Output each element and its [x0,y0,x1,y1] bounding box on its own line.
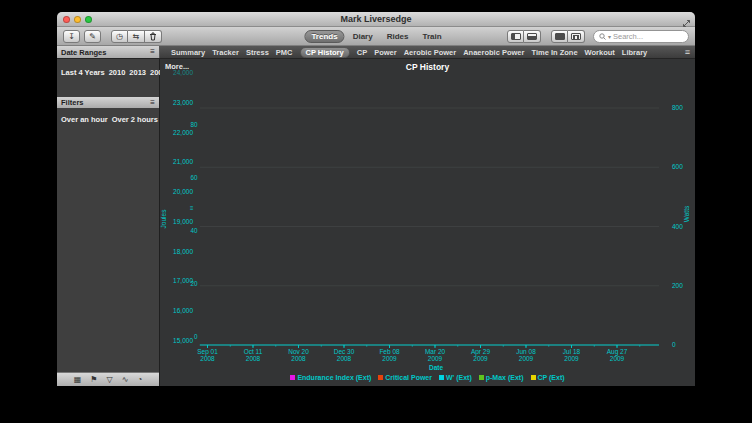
filters-title: Filters [61,98,84,107]
segment-diary[interactable]: Diary [347,31,379,42]
split-view-button[interactable]: ⇆ [128,30,145,43]
search-input[interactable]: ▾ Search... [593,30,689,43]
search-scope-chevron-icon[interactable]: ▾ [608,33,611,40]
close-window-icon[interactable] [63,16,70,23]
chart-icon[interactable]: ∿ [122,376,129,384]
edit-icon: ✎ [89,32,96,41]
minimize-window-icon[interactable] [74,16,81,23]
joules-tick-label: 20,000 [173,188,193,195]
joules-tick-label: 23,000 [173,99,193,106]
tab-library[interactable]: Library [622,48,647,57]
tabbed-view-button[interactable] [568,30,585,43]
window-body: Last 4 Years201020132009 Q42009 Q32009 Q… [57,59,695,386]
timer-button[interactable]: ◷ [111,30,128,43]
tab-cp[interactable]: CP [357,48,367,57]
joules-tick-label: 21,000 [173,158,193,165]
date-ranges-header[interactable]: Date Ranges ≡ [57,46,160,58]
export-icon: ↧ [68,32,75,41]
segment-train[interactable]: Train [416,31,447,42]
filter-over-an-hour[interactable]: Over an hour [57,115,108,124]
toolbar-button-group: ◷⇆ [111,30,162,43]
filter-over-2-hours[interactable]: Over 2 hours [108,115,158,124]
tab-time-in-zone[interactable]: Time In Zone [531,48,577,57]
joules-tick-label: 22,000 [173,129,193,136]
x-tick-label: Jul 182009 [563,348,581,362]
toolbar-right: ▾ Search... [501,30,689,43]
tab-power[interactable]: Power [374,48,397,57]
tab-anaerobic-power[interactable]: Anaerobic Power [463,48,524,57]
toolbar-left-buttons: ↧✎◷⇆ [63,30,162,43]
tab-pmc[interactable]: PMC [276,48,293,57]
edit-button[interactable]: ✎ [84,30,101,43]
chart-settings-more-button[interactable]: More... [165,62,189,71]
tabbed-view-icon [571,33,581,40]
joules-tick-label: 15,000 [173,337,193,344]
export-button[interactable]: ↧ [63,30,80,43]
x-tick-label: Aug 272009 [607,348,628,362]
date-ranges-menu-icon[interactable]: ≡ [150,48,155,56]
chart-legend: Endurance Index (Ext)Critical PowerW' (E… [160,374,695,381]
tiled-view-button[interactable] [551,30,568,43]
legend-swatch [290,375,295,380]
index-tick-label: 60 [190,174,198,181]
watts-axis-label: Watts [683,205,690,222]
title-bar[interactable]: Mark Liversedge [57,12,695,27]
legend-label: CP (Ext) [538,374,565,381]
toggle-bottombar-button[interactable] [524,30,541,43]
tab-summary[interactable]: Summary [171,48,205,57]
joules-tick-label: 18,000 [173,248,193,255]
filters-header[interactable]: Filters ≡ [57,97,159,108]
sidebar-footer-toolbar: ▦⚑▽∿◔ [57,372,159,386]
watts-tick-label: 400 [672,223,683,230]
index-axis-glyph: ≡ [190,205,194,211]
tab-cp-history[interactable]: CP History [300,47,350,58]
screen: Mark Liversedge ↧✎◷⇆ TrendsDiaryRidesTra… [0,0,752,423]
tab-tracker[interactable]: Tracker [212,48,239,57]
main-toolbar: ↧✎◷⇆ TrendsDiaryRidesTrain ▾ Search... [57,27,695,46]
watts-tick-label: 0 [672,341,676,348]
trash-button[interactable] [145,30,162,43]
search-placeholder: Search... [613,32,643,41]
tab-aerobic-power[interactable]: Aerobic Power [404,48,457,57]
tab-stress[interactable]: Stress [246,48,269,57]
legend-label: Critical Power [385,374,432,381]
bookmark-icon[interactable]: ⚑ [90,376,97,384]
legend-swatch [531,375,536,380]
watts-tick-label: 800 [672,104,683,111]
chart-menu-icon[interactable]: ≡ [680,47,695,57]
segment-rides[interactable]: Rides [381,31,415,42]
filter-icon[interactable]: ▽ [107,376,113,384]
x-tick-label: Oct 112008 [244,348,263,362]
filters-list: Over an hourOver 2 hoursOver 3 hoursUnde… [57,108,159,126]
date-range-2010[interactable]: 2010 [105,68,126,77]
date-ranges-title: Date Ranges [61,48,106,57]
chart-canvas: 24,00023,00022,00021,00020,00019,00018,0… [160,59,694,386]
app-window: Mark Liversedge ↧✎◷⇆ TrendsDiaryRidesTra… [57,12,695,386]
calendar-icon[interactable]: ▦ [74,376,82,384]
toggle-sidebar-button[interactable] [507,30,524,43]
index-tick-label: 20 [190,280,198,287]
chart-title: CP History [160,62,695,72]
tiled-view-icon [555,33,565,40]
fullscreen-icon[interactable] [682,14,691,32]
clock-icon[interactable]: ◔ [137,376,142,384]
trash-icon [149,32,157,41]
filters-menu-icon[interactable]: ≡ [150,99,155,107]
view-segmented-control: TrendsDiaryRidesTrain [304,30,447,43]
x-tick-label: Nov 202008 [288,348,309,362]
legend-swatch [479,375,484,380]
date-range-last-4-years[interactable]: Last 4 Years [57,68,105,77]
x-tick-label: Sep 012008 [197,348,218,362]
date-range-2013[interactable]: 2013 [125,68,146,77]
window-title: Mark Liversedge [57,14,695,24]
watts-tick-label: 200 [672,282,683,289]
legend-label: W' (Ext) [446,374,472,381]
legend-item-endurance-index-ext: Endurance Index (Ext) [290,374,371,381]
legend-label: Endurance Index (Ext) [297,374,371,381]
zoom-window-icon[interactable] [85,16,92,23]
tab-workout[interactable]: Workout [585,48,615,57]
bottombar-layout-icon [527,33,537,40]
index-tick-label: 0 [194,333,198,340]
segment-trends[interactable]: Trends [304,30,344,43]
x-axis-title: Date [429,364,443,371]
